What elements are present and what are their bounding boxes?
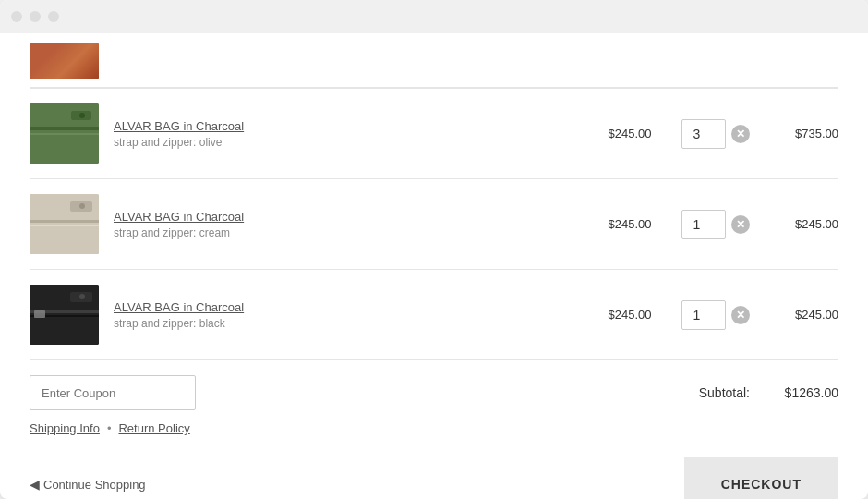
svg-rect-1 [30,127,99,130]
svg-rect-7 [30,225,99,226]
product-price: $245.00 [593,217,667,231]
product-image-olive [30,103,99,164]
product-image-cream [30,194,99,254]
subtotal-value: $1263.00 [765,385,838,400]
remove-button[interactable]: ✕ [731,215,750,234]
traffic-light-maximize[interactable] [48,11,59,22]
product-name[interactable]: ALVAR BAG in Charcoal [114,210,578,224]
subtotal-label: Subtotal: [699,385,750,400]
quantity-input[interactable] [681,300,726,330]
quantity-wrap: ✕ [681,300,750,330]
app-window: ALVAR BAG in Charcoal strap and zipper: … [0,0,868,499]
shipping-info-link[interactable]: Shipping Info [30,421,100,435]
return-policy-link[interactable]: Return Policy [118,421,189,435]
table-row: ALVAR BAG in Charcoal strap and zipper: … [30,179,838,270]
product-info: ALVAR BAG in Charcoal strap and zipper: … [114,210,578,239]
continue-shopping-link[interactable]: ◀ Continue Shopping [30,477,146,492]
cart-items-list: ALVAR BAG in Charcoal strap and zipper: … [30,88,838,360]
bottom-row: ◀ Continue Shopping CHECKOUT [30,446,838,499]
quantity-input[interactable] [681,210,726,239]
product-variant: strap and zipper: olive [114,136,578,149]
remove-button[interactable]: ✕ [731,125,750,143]
product-name[interactable]: ALVAR BAG in Charcoal [114,300,578,314]
titlebar [0,0,868,33]
product-info: ALVAR BAG in Charcoal strap and zipper: … [114,119,578,149]
svg-point-4 [79,113,85,118]
svg-point-14 [79,294,85,299]
partial-product-image [30,43,99,79]
product-name[interactable]: ALVAR BAG in Charcoal [114,119,578,133]
table-row: ALVAR BAG in Charcoal strap and zipper: … [30,270,838,360]
links-row: Shipping Info • Return Policy [30,421,838,435]
checkout-button[interactable]: CHECKOUT [684,457,838,499]
product-price: $245.00 [593,308,667,322]
coupon-input[interactable] [30,375,196,410]
quantity-wrap: ✕ [681,119,750,149]
traffic-light-close[interactable] [11,11,22,22]
product-image-black [30,285,99,345]
link-separator: • [107,421,112,435]
line-total: $735.00 [765,127,838,140]
svg-rect-6 [30,220,99,223]
traffic-light-minimize[interactable] [30,11,41,22]
back-arrow-icon: ◀ [30,477,40,492]
svg-point-9 [79,203,85,209]
coupon-subtotal-row: Subtotal: $1263.00 [30,375,838,410]
main-content: ALVAR BAG in Charcoal strap and zipper: … [0,33,868,499]
product-price: $245.00 [593,127,667,140]
continue-shopping-label: Continue Shopping [43,478,146,492]
product-info: ALVAR BAG in Charcoal strap and zipper: … [114,300,578,330]
subtotal-section: Subtotal: $1263.00 [699,385,838,400]
partial-cart-row [30,43,838,88]
footer-area: Subtotal: $1263.00 Shipping Info • Retur… [30,360,838,499]
line-total: $245.00 [765,308,838,322]
product-variant: strap and zipper: cream [114,226,578,239]
table-row: ALVAR BAG in Charcoal strap and zipper: … [30,89,838,179]
remove-button[interactable]: ✕ [731,306,750,324]
quantity-wrap: ✕ [681,210,750,239]
svg-rect-15 [34,310,45,318]
quantity-input[interactable] [681,119,726,149]
line-total: $245.00 [765,217,838,231]
svg-rect-2 [30,133,99,135]
product-variant: strap and zipper: black [114,317,578,330]
